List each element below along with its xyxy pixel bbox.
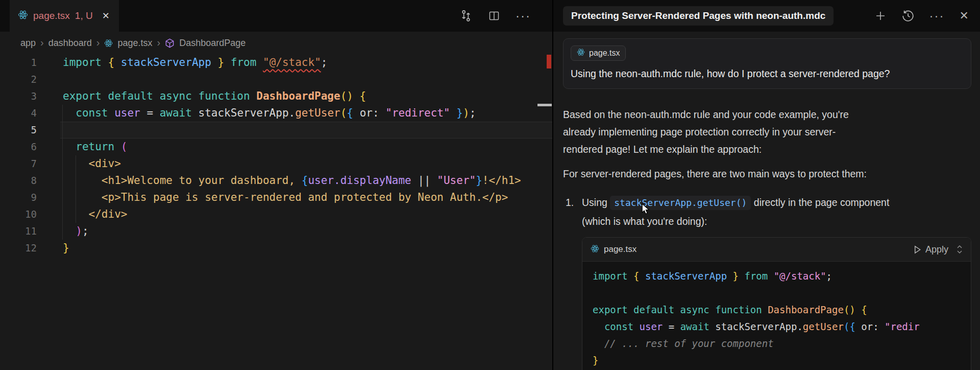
list-text: Using [582, 197, 607, 208]
user-message-card: page.tsx Using the neon-auth.mdc rule, h… [563, 38, 971, 89]
list-item-line-1: Using stackServerApp.getUser() directly … [582, 193, 971, 212]
tab-bar: page.tsx 1, U ✕ ··· [0, 0, 552, 32]
chevron-right-icon: › [40, 37, 44, 49]
context-chip-label: page.tsx [589, 49, 620, 58]
new-chat-plus-icon[interactable] [874, 10, 887, 22]
overview-ruler-error-mark [547, 55, 551, 68]
react-icon [577, 48, 585, 58]
history-icon[interactable] [901, 9, 915, 22]
more-actions-icon[interactable]: ··· [516, 11, 531, 21]
apply-button[interactable]: Apply [914, 244, 948, 255]
editor-actions: ··· [459, 0, 531, 32]
answer-paragraph-line: Based on the neon-auth.mdc rule and your… [563, 106, 971, 123]
code-lines: 1import { stackServerApp } from "@/stack… [0, 54, 552, 257]
chevron-right-icon: › [157, 37, 161, 49]
list-number: 1. [566, 193, 582, 230]
chat-title: Protecting Server-Rendered Pages with ne… [563, 6, 834, 26]
user-question: Using the neon-auth.mdc rule, how do I p… [571, 68, 963, 80]
symbol-cube-icon [165, 38, 175, 48]
breadcrumb: app › dashboard › page.tsx › DashboardPa… [0, 32, 552, 54]
open-changes-icon[interactable] [459, 9, 473, 22]
indent-guide [62, 105, 63, 240]
answer-paragraph-2: For server-rendered pages, there are two… [563, 165, 971, 182]
tab-modified-badge: 1, U [75, 10, 93, 21]
code-block-body: import { stackServerApp } from "@/stack"… [582, 262, 971, 370]
answer-paragraph-line: already implementing page protection cor… [563, 123, 971, 141]
breadcrumb-file[interactable]: page.tsx [117, 38, 152, 49]
code-editor[interactable]: 1import { stackServerApp } from "@/stack… [0, 54, 552, 370]
chat-body: page.tsx Using the neon-auth.mdc rule, h… [553, 32, 980, 370]
code-block-header: page.tsx Apply [582, 238, 971, 262]
react-icon [18, 10, 28, 22]
assistant-message: Based on the neon-auth.mdc rule and your… [563, 106, 971, 370]
tab-page-tsx[interactable]: page.tsx 1, U ✕ [10, 0, 119, 32]
react-icon [104, 39, 113, 48]
chat-header: Protecting Server-Rendered Pages with ne… [553, 0, 980, 32]
react-icon [591, 244, 599, 256]
context-chip-page-tsx[interactable]: page.tsx [571, 45, 626, 61]
editor-group: page.tsx 1, U ✕ ··· app [0, 0, 552, 370]
inline-code: stackServerApp.getUser() [610, 196, 751, 210]
chat-close-icon[interactable]: ✕ [960, 9, 969, 22]
list-text: directly in the page component [754, 197, 890, 208]
breadcrumb-app[interactable]: app [20, 38, 36, 49]
chat-more-icon[interactable]: ··· [929, 11, 945, 21]
list-item-line-2: (which is what you're doing): [582, 212, 971, 230]
code-block-filename: page.tsx [604, 244, 636, 255]
tab-label: page.tsx [33, 10, 70, 21]
chat-panel: Protecting Server-Rendered Pages with ne… [553, 0, 980, 370]
overview-ruler-cursor-mark [537, 104, 552, 106]
breadcrumb-symbol[interactable]: DashboardPage [179, 38, 246, 49]
apply-label: Apply [925, 244, 948, 255]
play-icon [914, 245, 921, 254]
tab-close-icon[interactable]: ✕ [102, 10, 110, 21]
current-line-highlight [60, 122, 552, 138]
expand-collapse-icon[interactable] [955, 244, 964, 255]
indent-guide [76, 155, 76, 223]
split-editor-icon[interactable] [488, 10, 500, 22]
chevron-right-icon: › [96, 37, 100, 49]
chat-header-icons: ··· ✕ [874, 9, 969, 22]
answer-list-item-1: 1. Using stackServerApp.getUser() direct… [563, 193, 971, 230]
answer-paragraph-line: rendered page! Let me explain the approa… [563, 141, 971, 158]
breadcrumb-dashboard[interactable]: dashboard [48, 38, 92, 49]
chat-code-block: page.tsx Apply import { stackS [582, 237, 971, 370]
